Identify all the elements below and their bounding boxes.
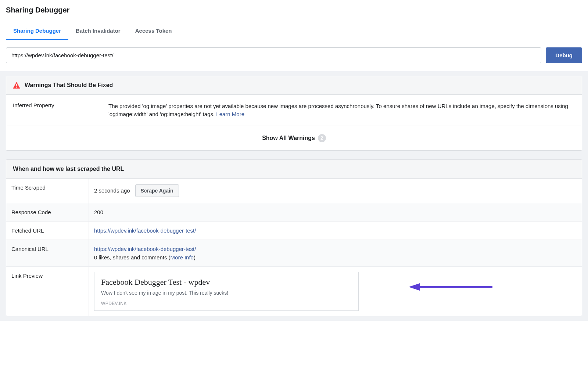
label-response-code: Response Code: [6, 203, 89, 221]
debug-button[interactable]: Debug: [546, 47, 582, 63]
show-all-label: Show All Warnings: [262, 135, 315, 141]
annotation-arrow-icon: [409, 283, 493, 291]
svg-marker-3: [409, 283, 420, 291]
label-time-scraped: Time Scraped: [6, 179, 89, 203]
preview-title: Facebook Debugger Test - wpdev: [101, 277, 352, 287]
canonical-stats: 0 likes, shares and comments (More Info): [94, 254, 196, 260]
label-link-preview: Link Preview: [6, 267, 89, 316]
row-canonical-url: Canonical URL https://wpdev.ink/facebook…: [6, 240, 582, 267]
show-all-warnings[interactable]: Show All Warnings 2: [6, 126, 582, 150]
learn-more-link[interactable]: Learn More: [216, 111, 244, 117]
preview-description: Wow I don't see my image in my post. Thi…: [101, 290, 352, 296]
warning-row: Inferred Property The provided 'og:image…: [6, 95, 582, 126]
value-fetched-url[interactable]: https://wpdev.ink/facebook-debugger-test…: [94, 227, 196, 234]
row-fetched-url: Fetched URL https://wpdev.ink/facebook-d…: [6, 222, 582, 240]
link-preview-card: Facebook Debugger Test - wpdev Wow I don…: [94, 272, 359, 311]
warnings-title: Warnings That Should Be Fixed: [25, 82, 113, 89]
value-canonical-url[interactable]: https://wpdev.ink/facebook-debugger-test…: [94, 246, 196, 252]
scrape-title: When and how we last scraped the URL: [13, 166, 124, 172]
preview-domain: WPDEV.INK: [101, 301, 352, 306]
scrape-again-button[interactable]: Scrape Again: [135, 184, 179, 197]
warning-label: Inferred Property: [13, 102, 97, 118]
row-response-code: Response Code 200: [6, 203, 582, 222]
row-link-preview: Link Preview Facebook Debugger Test - wp…: [6, 267, 582, 316]
tab-access-token[interactable]: Access Token: [128, 23, 179, 40]
warnings-count-badge: 2: [318, 134, 326, 142]
warning-text: The provided 'og:image' properties are n…: [108, 102, 575, 118]
scrape-panel: When and how we last scraped the URL Tim…: [6, 159, 582, 316]
svg-rect-1: [16, 87, 17, 88]
row-time-scraped: Time Scraped 2 seconds ago Scrape Again: [6, 179, 582, 203]
url-row: Debug: [6, 47, 582, 63]
tab-batch-invalidator[interactable]: Batch Invalidator: [68, 23, 128, 40]
tabs: Sharing Debugger Batch Invalidator Acces…: [6, 23, 582, 40]
label-fetched-url: Fetched URL: [6, 222, 89, 240]
more-info-link[interactable]: More Info: [171, 254, 194, 260]
warning-icon: [13, 82, 20, 89]
scrape-header: When and how we last scraped the URL: [6, 160, 582, 179]
warnings-header: Warnings That Should Be Fixed: [6, 76, 582, 95]
page-title: Sharing Debugger: [6, 6, 582, 14]
url-input[interactable]: [6, 47, 541, 63]
svg-rect-0: [16, 84, 17, 87]
value-response-code: 200: [94, 209, 103, 215]
tab-sharing-debugger[interactable]: Sharing Debugger: [6, 23, 68, 40]
warnings-panel: Warnings That Should Be Fixed Inferred P…: [6, 76, 582, 151]
value-time-scraped: 2 seconds ago: [94, 187, 130, 194]
label-canonical-url: Canonical URL: [6, 240, 89, 266]
